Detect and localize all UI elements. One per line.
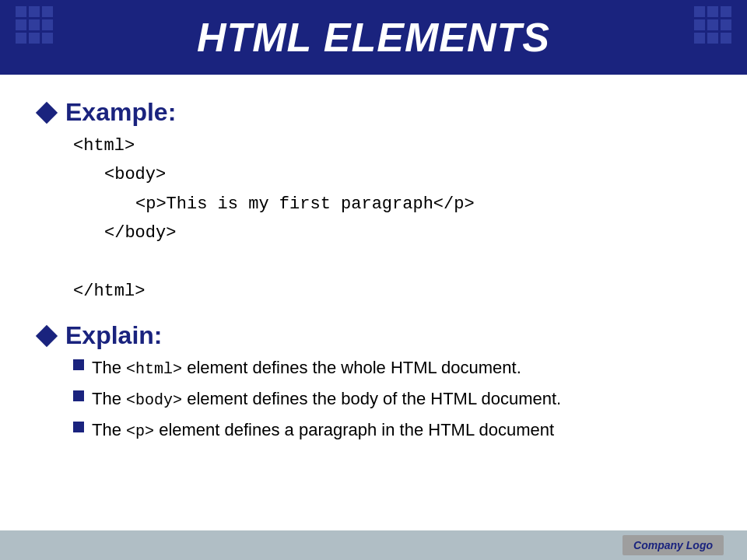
header-bar: HTML ELEMENTS (0, 0, 747, 75)
list-item: The <p> element defines a paragraph in t… (73, 417, 708, 443)
explain-bullet-diamond (36, 325, 58, 347)
code-line-6: </html> (73, 277, 708, 306)
decoration-dots-left (16, 6, 66, 44)
square-bullet-3 (73, 422, 84, 432)
slide: HTML ELEMENTS Example: <html> <body> <p>… (0, 0, 747, 560)
inline-code-1: <html> (126, 360, 182, 378)
code-block: <html> <body> <p>This is my first paragr… (73, 131, 708, 306)
main-content: Example: <html> <body> <p>This is my fir… (0, 75, 747, 530)
inline-code-3: <p> (126, 422, 154, 440)
code-line-1: <html> (73, 131, 708, 160)
code-line-2: <body> (104, 160, 708, 189)
code-line-3: <p>This is my first paragraph</p> (135, 190, 708, 219)
bullet-text-1: The <html> element defines the whole HTM… (92, 355, 521, 381)
square-bullet-1 (73, 359, 84, 370)
square-bullet-2 (73, 390, 84, 401)
explain-title: Explain: (65, 321, 162, 350)
footer: Company Logo (0, 530, 747, 560)
example-bullet-diamond (36, 101, 58, 123)
explain-section: Explain: The <html> element defines the … (39, 321, 708, 443)
inline-code-2: <body> (126, 391, 182, 409)
company-logo-text: Company Logo (633, 539, 713, 551)
slide-title: HTML ELEMENTS (197, 14, 550, 61)
explain-header: Explain: (39, 321, 708, 350)
bullet-text-2: The <body> element defines the body of t… (92, 386, 561, 412)
example-header: Example: (39, 98, 708, 127)
bullet-text-3: The <p> element defines a paragraph in t… (92, 417, 554, 443)
decoration-dots-right (681, 6, 731, 44)
example-section: Example: <html> <body> <p>This is my fir… (39, 98, 708, 306)
list-item: The <html> element defines the whole HTM… (73, 355, 708, 381)
explain-bullet-list: The <html> element defines the whole HTM… (73, 355, 708, 443)
code-line-5 (73, 248, 708, 277)
list-item: The <body> element defines the body of t… (73, 386, 708, 412)
company-logo-box: Company Logo (622, 535, 724, 555)
code-line-4: </body> (104, 219, 708, 247)
example-title: Example: (65, 98, 176, 127)
